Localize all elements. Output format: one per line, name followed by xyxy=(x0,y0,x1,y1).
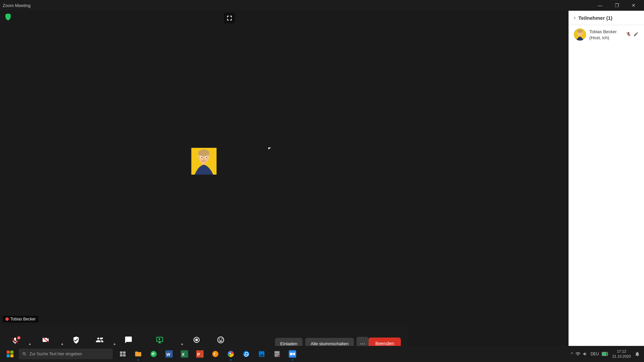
taskbar-search[interactable]: Zur Suche Text hier eingeben xyxy=(19,349,113,359)
app6-button[interactable]: f xyxy=(208,347,223,361)
file-explorer-button[interactable] xyxy=(131,347,146,361)
svg-rect-20 xyxy=(7,351,10,354)
tray-expand-icon[interactable]: ^ xyxy=(571,351,573,357)
svg-point-43 xyxy=(277,354,278,355)
svg-rect-21 xyxy=(10,351,13,354)
calculator-button[interactable] xyxy=(270,347,284,361)
mic-muted-badge: ✕ xyxy=(17,336,20,340)
participant-action-icons xyxy=(626,32,639,38)
chat-icon xyxy=(124,336,132,346)
svg-rect-24 xyxy=(120,352,123,354)
notification-icon[interactable] xyxy=(635,351,640,357)
svg-point-45 xyxy=(275,355,276,356)
windows-taskbar: Zur Suche Text hier eingeben xyxy=(0,346,644,362)
svg-point-18 xyxy=(577,29,583,33)
participants-icon xyxy=(96,336,104,346)
taskbar-apps: W X P f xyxy=(115,347,300,361)
search-placeholder: Zur Suche Text hier eingeben xyxy=(30,352,82,356)
audio-arrow[interactable]: ▲ xyxy=(28,341,32,346)
title-bar: Zoom Meeting — ❐ ✕ xyxy=(0,0,644,11)
participant-name-text: Tobias Becker (Host, ich) xyxy=(589,29,617,40)
music-app-button[interactable] xyxy=(146,347,161,361)
clock[interactable]: 17:12 21.10.2020 xyxy=(610,349,633,359)
volume-icon xyxy=(583,351,588,357)
start-button[interactable] xyxy=(1,346,19,362)
minimize-button[interactable]: — xyxy=(592,1,608,10)
svg-rect-3 xyxy=(198,151,209,155)
svg-rect-41 xyxy=(275,352,279,353)
svg-point-35 xyxy=(212,351,218,357)
window-controls: — ❐ ✕ xyxy=(592,1,641,10)
participants-panel: ‹ Teilnehmer (1) Tobias Becker (Host, ic… xyxy=(569,11,644,362)
tray-icons: ^ xyxy=(571,351,588,357)
panel-header: ‹ Teilnehmer (1) xyxy=(569,11,644,25)
participant-avatar xyxy=(191,148,216,175)
svg-point-15 xyxy=(195,339,198,341)
svg-rect-25 xyxy=(123,352,126,354)
svg-rect-22 xyxy=(7,354,10,357)
participants-arrow[interactable]: ▲ xyxy=(112,341,117,346)
svg-point-47 xyxy=(278,355,279,356)
participant-video xyxy=(191,148,216,175)
word-button[interactable]: W xyxy=(162,347,176,361)
participant-mic-icon[interactable] xyxy=(626,32,631,38)
video-arrow[interactable]: ▲ xyxy=(60,341,65,346)
window-title: Zoom Meeting xyxy=(3,3,31,8)
excel-button[interactable]: X xyxy=(177,347,192,361)
close-button[interactable]: ✕ xyxy=(626,1,641,10)
participant-avatar-thumb xyxy=(574,28,586,41)
participant-edit-icon[interactable] xyxy=(633,32,639,38)
svg-rect-4 xyxy=(202,162,205,165)
svg-point-9 xyxy=(203,159,204,160)
video-icon xyxy=(42,336,50,346)
system-tray: ^ DEU 17:12 21.10.2020 xyxy=(571,349,643,359)
reactions-icon xyxy=(217,336,225,346)
panel-collapse-button[interactable]: ‹ xyxy=(574,15,576,21)
meeting-area xyxy=(0,11,408,325)
participant-name: Tobias Becker xyxy=(10,317,36,321)
powerpoint-button[interactable]: P xyxy=(193,347,207,361)
share-arrow[interactable]: ▲ xyxy=(180,341,184,346)
task-view-button[interactable] xyxy=(115,347,130,361)
edge-button[interactable] xyxy=(239,347,254,361)
svg-rect-23 xyxy=(10,354,13,357)
svg-point-7 xyxy=(201,157,202,158)
restore-button[interactable]: ❐ xyxy=(609,1,625,10)
chrome-button[interactable] xyxy=(223,347,238,361)
security-icon xyxy=(72,336,80,346)
svg-rect-50 xyxy=(602,353,606,355)
photos-button[interactable] xyxy=(254,347,269,361)
panel-title: Teilnehmer (1) xyxy=(578,15,612,21)
fullscreen-button[interactable] xyxy=(224,13,235,23)
svg-point-8 xyxy=(206,157,207,158)
mic-icon: ✕ xyxy=(11,337,19,345)
svg-rect-26 xyxy=(120,354,123,357)
battery-icon xyxy=(602,352,608,356)
participant-info: Tobias Becker (Host, ich) xyxy=(589,28,623,41)
share-icon xyxy=(156,336,164,346)
zoom-button[interactable] xyxy=(285,347,300,361)
svg-rect-27 xyxy=(123,354,126,357)
record-icon xyxy=(193,336,201,346)
svg-text:P: P xyxy=(197,352,200,357)
shield-icon xyxy=(4,13,12,21)
svg-text:X: X xyxy=(182,352,185,357)
time-display: 17:12 xyxy=(610,349,633,354)
svg-text:f: f xyxy=(214,352,215,356)
network-icon xyxy=(575,351,581,357)
participant-item: Tobias Becker (Host, ich) xyxy=(569,25,644,44)
mic-muted-indicator xyxy=(5,317,9,321)
participant-name-label: Tobias Becker xyxy=(3,316,38,322)
svg-text:W: W xyxy=(166,352,171,357)
svg-point-44 xyxy=(278,354,279,355)
svg-point-42 xyxy=(275,354,276,355)
language-indicator: DEU xyxy=(591,352,599,356)
svg-point-46 xyxy=(277,355,278,356)
date-display: 21.10.2020 xyxy=(610,354,633,359)
